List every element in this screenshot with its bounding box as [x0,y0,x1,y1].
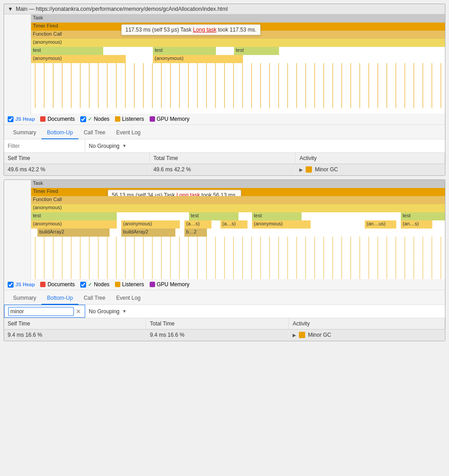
nodes-checkbox-1[interactable] [80,116,86,122]
grouping-arrow-2: ▼ [122,309,127,314]
filter-input-2[interactable] [8,307,74,316]
activity-color-1 [306,166,312,173]
test-label-1b: test [155,47,163,53]
timer-fired-bar-2: Timer Fired [31,188,445,196]
anon-row2-2: (anonymous) (anonymous) (a…s) (a…s) (ano… [31,220,445,229]
filter-input-1[interactable] [8,143,81,149]
tab-bottomup-1[interactable]: Bottom-Up [41,127,78,139]
grouping-wrap-2[interactable]: No Grouping ▼ [85,308,130,315]
filter-wrap-2: ✕ [4,305,85,318]
tick-area-2 [31,237,445,279]
grouping-arrow-1: ▼ [122,143,127,148]
timer-fired-label-1: Timer Fired [33,23,58,28]
anon2-label-2a: (anonymous) [33,221,62,226]
documents-dot-1 [40,116,46,122]
left-axis-2 [4,180,31,279]
test-label-1c: test [236,47,244,53]
th-activity-2: Activity [289,318,445,330]
anon2-label-1a: (anonymous) [33,55,62,61]
memory-legend-1: JS Heap Documents ✓ Nodes Listeners GPU … [4,114,445,125]
function-call-bar-2: Function Call [31,196,445,204]
tab-calltree-2[interactable]: Call Tree [78,292,111,305]
tab-eventlog-2[interactable]: Event Log [111,292,146,305]
listeners-dot-2 [115,282,120,287]
nodes-checkmark-2: ✓ [88,282,92,288]
filter-clear-icon-2[interactable]: ✕ [76,308,81,315]
tick-area-1 [31,63,445,108]
activity-label-1: Minor GC [315,166,338,173]
listeners-label-2: Listeners [122,281,144,288]
title-text: Main — https://yonatankra.com/performanc… [16,6,228,12]
jsheap-checkbox-1[interactable] [8,116,14,122]
legend-documents-1: Documents [40,116,75,122]
anon-label-1: (anonymous) [33,39,62,45]
documents-dot-2 [40,282,46,287]
table-1: Self Time Total Time Activity 49.6 ms 42… [4,153,445,175]
gpu-dot-2 [150,282,155,287]
test-row-1: test test test [31,47,445,55]
test-label-2d: test [403,213,411,218]
panel-2: Task Timer Fired 56.13 ms (self 34 µs) T… [4,179,445,341]
filter-row-2: ✕ No Grouping ▼ [4,305,445,318]
gpu-dot-1 [150,116,155,122]
flame-chart-1[interactable]: Task Timer Fired Function Call (anonymou… [4,14,445,114]
test-label-2c: test [254,213,262,218]
function-call-label-1: Function Call [33,31,62,37]
legend-gpu-2: GPU Memory [150,281,190,288]
td-totaltime-1: 49.6 ms 42.2 % [150,164,296,175]
tab-bottomup-2[interactable]: Bottom-Up [41,292,78,305]
anon2-label-2e: (anonymous) [254,221,283,226]
tabs-bar-2: Summary Bottom-Up Call Tree Event Log [4,290,445,305]
grouping-label-2: No Grouping [89,308,119,315]
app-wrapper: ▼ Main — https://yonatankra.com/performa… [0,0,449,345]
tabs-bar-1: Summary Bottom-Up Call Tree Event Log [4,125,445,139]
legend-jsheap-1: JS Heap [8,116,35,122]
tab-calltree-1[interactable]: Call Tree [78,127,111,139]
test-row-2: test test test test [31,212,445,220]
left-axis-1 [4,14,31,114]
tab-eventlog-1[interactable]: Event Log [111,127,146,139]
th-selftime-2: Self Time [4,318,146,330]
listeners-dot-1 [115,116,120,122]
anon2-label-2c: (a…s) [186,221,200,226]
anon-label-2: (anonymous) [33,205,62,210]
documents-label-1: Documents [47,116,75,122]
gpu-label-1: GPU Memory [157,116,190,122]
play-icon-2[interactable]: ▶ [293,333,296,338]
tab-summary-1[interactable]: Summary [8,127,41,139]
test-label-1a: test [33,47,41,53]
nodes-checkbox-2[interactable] [80,282,86,288]
td-totaltime-2: 9.4 ms 16.6 % [146,330,289,341]
td-activity-2: ▶ Minor GC [289,330,445,341]
timer-fired-label-2: Timer Fired [33,188,58,194]
nodes-label-2: Nodes [94,281,110,288]
buildarray-label-2c: b…2 [186,229,197,234]
tab-summary-2[interactable]: Summary [8,292,41,305]
anon-bar-1: (anonymous) [31,39,445,47]
play-icon-1[interactable]: ▶ [299,167,303,172]
jsheap-checkbox-2[interactable] [8,282,14,288]
flame-chart-2[interactable]: Task Timer Fired 56.13 ms (self 34 µs) T… [4,180,445,279]
buildarray-label-2b: buildArray2 [123,229,148,234]
table-row-2: 9.4 ms 16.6 % 9.4 ms 16.6 % ▶ Minor GC [4,330,445,341]
table-row-1: 49.6 ms 42.2 % 49.6 ms 42.2 % ▶ Minor GC [4,164,445,175]
anon2-label-2g: (an…s) [403,221,419,226]
timer-fired-bar-1: Timer Fired [31,23,445,31]
buildarray-label-2a: buildArray2 [39,229,64,234]
nodes-checkmark-1: ✓ [88,116,92,122]
listeners-label-1: Listeners [122,116,144,122]
jsheap-label-2: JS Heap [15,282,35,287]
th-totaltime-1: Total Time [150,153,296,164]
documents-label-2: Documents [47,281,75,288]
th-totaltime-2: Total Time [146,318,289,330]
activity-cell-2: ▶ Minor GC [293,332,441,338]
task-bar-1: Task [31,14,445,23]
anon2-label-1b: (anonymous) [155,55,183,61]
anon-bar-2: (anonymous) [31,204,445,212]
legend-jsheap-2: JS Heap [8,282,35,288]
function-call-label-2: Function Call [33,197,62,202]
grouping-wrap-1[interactable]: No Grouping ▼ [85,143,130,149]
activity-label-2: Minor GC [308,332,331,338]
panel-1: ▼ Main — https://yonatankra.com/performa… [4,4,445,176]
filter-row-1: No Grouping ▼ [4,139,445,153]
